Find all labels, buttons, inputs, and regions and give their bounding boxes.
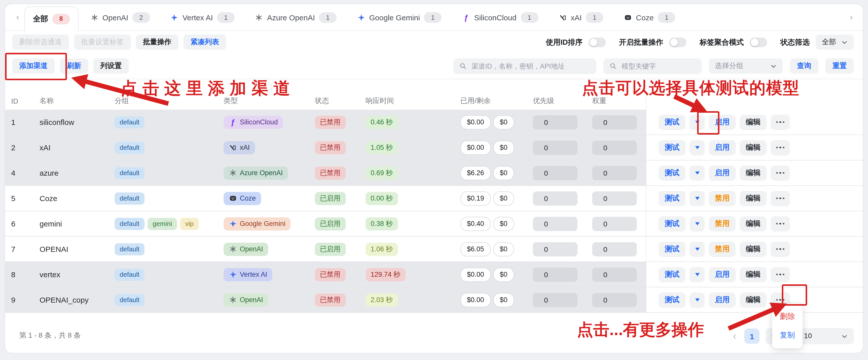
test-button[interactable]: 测试 — [659, 165, 685, 181]
table-row: 5CozedefaultCoze已启用0.00 秒$0.19$000测试禁用编辑 — [5, 186, 863, 211]
weight-input[interactable]: 0 — [592, 293, 637, 307]
priority-input[interactable]: 0 — [533, 293, 578, 307]
model-keyword-input[interactable] — [621, 62, 695, 70]
tab-xai[interactable]: xAI1 — [550, 6, 612, 29]
weight-input[interactable]: 0 — [592, 140, 637, 155]
more-actions-button[interactable] — [771, 165, 790, 181]
test-button[interactable]: 测试 — [659, 267, 685, 282]
test-model-dropdown-button[interactable] — [689, 216, 705, 231]
add-channel-button[interactable]: 添加渠道 — [12, 58, 55, 74]
test-model-dropdown-button[interactable] — [689, 292, 705, 307]
more-actions-button[interactable] — [771, 242, 790, 257]
priority-input[interactable]: 0 — [533, 267, 578, 281]
test-model-dropdown-button[interactable] — [689, 165, 705, 181]
priority-input[interactable]: 0 — [533, 166, 578, 180]
priority-input[interactable]: 0 — [533, 217, 578, 231]
status-badge: 已启用 — [315, 217, 345, 230]
channel-type: OpenAI — [218, 237, 309, 261]
edit-button[interactable]: 编辑 — [740, 165, 767, 181]
test-model-dropdown-button[interactable] — [689, 140, 705, 155]
group-select[interactable]: 选择分组 — [709, 58, 783, 74]
use-id-sort-toggle[interactable] — [589, 37, 606, 47]
priority-cell: 0 — [527, 262, 586, 287]
tabs-scroll-left-button[interactable]: ‹ — [11, 6, 24, 28]
more-actions-button[interactable] — [771, 140, 790, 155]
delete-selected-button[interactable]: 删除所选通道 — [12, 34, 69, 50]
test-model-dropdown-button[interactable] — [689, 267, 705, 282]
disable-button[interactable]: 禁用 — [709, 191, 736, 206]
enable-button[interactable]: 启用 — [709, 165, 736, 181]
test-button[interactable]: 测试 — [659, 140, 685, 155]
edit-button[interactable]: 编辑 — [740, 216, 767, 231]
priority-cell: 0 — [527, 211, 586, 236]
weight-input[interactable]: 0 — [592, 267, 637, 281]
tab-google-gemini[interactable]: Google Gemini1 — [348, 6, 450, 29]
edit-button[interactable]: 编辑 — [740, 242, 767, 257]
channel-search-input[interactable] — [470, 62, 590, 70]
compact-list-button[interactable]: 紧凑列表 — [184, 34, 226, 50]
previous-page-button[interactable]: ‹ — [730, 330, 738, 342]
weight-input[interactable]: 0 — [592, 217, 637, 231]
more-actions-button[interactable] — [771, 216, 790, 231]
tab-全部[interactable]: 全部8 — [24, 7, 79, 31]
quota-used-badge: $0.00 — [460, 115, 491, 129]
tag-aggregate-toggle[interactable] — [750, 37, 767, 47]
enable-button[interactable]: 启用 — [709, 114, 736, 130]
weight-input[interactable]: 0 — [592, 191, 637, 205]
priority-input[interactable]: 0 — [533, 191, 578, 205]
tab-openai[interactable]: OpenAI2 — [82, 6, 159, 29]
edit-button[interactable]: 编辑 — [740, 267, 767, 282]
priority-input[interactable]: 0 — [533, 115, 578, 129]
tab-siliconcloud[interactable]: ƒSiliconCloud1 — [453, 6, 547, 29]
test-model-dropdown-button[interactable] — [689, 191, 705, 206]
test-model-dropdown-button[interactable] — [689, 114, 705, 130]
edit-button[interactable]: 编辑 — [740, 191, 767, 206]
response-time: 0.00 秒 — [360, 186, 454, 211]
response-time: 1.05 秒 — [360, 135, 454, 160]
tab-azure-openai[interactable]: Azure OpenAI1 — [246, 6, 345, 29]
channel-groups: default — [108, 237, 218, 261]
menu-item-delete[interactable]: 删除 — [772, 310, 803, 324]
group-tag: gemini — [148, 218, 177, 230]
enable-button[interactable]: 启用 — [709, 292, 736, 307]
refresh-button[interactable]: 刷新 — [60, 58, 88, 74]
tab-vertex-ai[interactable]: Vertex AI1 — [162, 6, 243, 29]
edit-button[interactable]: 编辑 — [740, 140, 767, 155]
weight-input[interactable]: 0 — [592, 115, 637, 129]
menu-item-copy[interactable]: 复制 — [772, 329, 803, 342]
tabs-scroll-right-button[interactable]: › — [845, 6, 858, 28]
more-actions-button[interactable] — [771, 267, 790, 282]
weight-input[interactable]: 0 — [592, 242, 637, 256]
disable-button[interactable]: 禁用 — [709, 242, 736, 257]
reset-button[interactable]: 重置 — [826, 58, 854, 74]
tab-coze[interactable]: Coze1 — [615, 6, 684, 29]
enable-button[interactable]: 启用 — [709, 267, 736, 282]
test-button[interactable]: 测试 — [659, 292, 685, 307]
test-button[interactable]: 测试 — [659, 216, 685, 231]
more-actions-button[interactable] — [771, 191, 790, 206]
test-button[interactable]: 测试 — [659, 191, 685, 206]
more-actions-button[interactable] — [771, 114, 790, 130]
edit-button[interactable]: 编辑 — [740, 114, 767, 130]
priority-input[interactable]: 0 — [533, 242, 578, 256]
row-actions: 测试启用编辑 — [646, 110, 863, 135]
status-filter-select[interactable]: 全部 — [816, 34, 854, 50]
disable-button[interactable]: 禁用 — [709, 216, 736, 231]
batch-operations-button[interactable]: 批量操作 — [136, 34, 179, 50]
test-button[interactable]: 测试 — [659, 114, 685, 130]
test-model-dropdown-button[interactable] — [689, 242, 705, 257]
edit-button[interactable]: 编辑 — [740, 292, 767, 307]
column-header-响应时间: 响应时间 — [360, 92, 454, 110]
group-tag: default — [115, 218, 145, 230]
enable-batch-toggle[interactable] — [669, 37, 686, 47]
channel-type: Vertex AI — [218, 262, 309, 287]
query-button[interactable]: 查询 — [790, 58, 818, 74]
priority-input[interactable]: 0 — [533, 140, 578, 155]
weight-input[interactable]: 0 — [592, 166, 637, 180]
test-button[interactable]: 测试 — [659, 242, 685, 257]
response-time-badge: 0.00 秒 — [366, 192, 398, 205]
page-1-button[interactable]: 1 — [744, 329, 760, 344]
column-settings-button[interactable]: 列设置 — [93, 58, 129, 74]
batch-set-tag-button[interactable]: 批量设置标签 — [74, 34, 131, 50]
enable-button[interactable]: 启用 — [709, 140, 736, 155]
